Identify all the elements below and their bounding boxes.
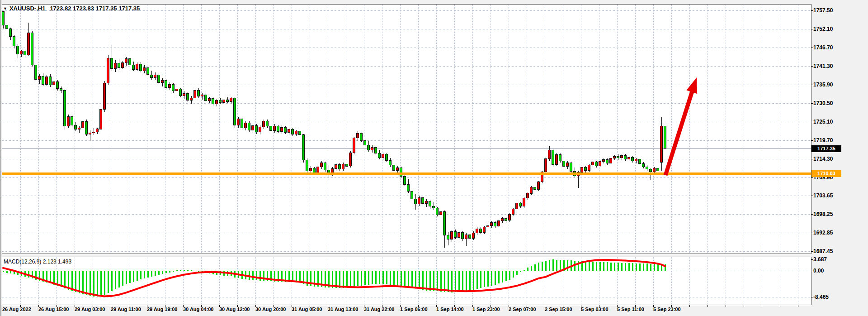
- price-axis-label: 1692.85: [813, 230, 845, 236]
- time-axis-label: 31 Aug 05:00: [292, 306, 322, 312]
- macd-scale-min: -8.465: [813, 294, 845, 300]
- trading-chart-window: ▼XAUUSD-,H11723.82 1723.83 1717.35 1717.…: [0, 0, 868, 316]
- time-axis-label: 26 Aug 15:00: [38, 306, 69, 312]
- macd-scale-max: 3.687: [813, 256, 845, 263]
- time-axis-label: 31 Aug 13:00: [328, 306, 358, 312]
- symbol-timeframe-label[interactable]: XAUUSD-,H1: [9, 5, 45, 12]
- chart-title: ▼XAUUSD-,H11723.82 1723.83 1717.35 1717.…: [3, 5, 140, 12]
- time-axis-label: 30 Aug 20:00: [255, 306, 286, 312]
- price-axis-label: 1714.30: [813, 156, 845, 162]
- time-axis-label: 2 Sep 15:00: [545, 306, 572, 312]
- time-axis-label: 5 Sep 23:00: [653, 306, 681, 312]
- price-axis-label: 1703.65: [813, 192, 845, 199]
- time-axis-label: 1 Sep 14:00: [436, 306, 464, 312]
- time-axis-label: 30 Aug 12:00: [219, 306, 250, 312]
- time-axis-label: 29 Aug 19:00: [147, 306, 177, 312]
- time-axis-label: 2 Sep 07:00: [509, 306, 536, 312]
- price-axis-label: 1719.70: [813, 137, 845, 144]
- ohlc-values: 1723.82 1723.83 1717.35 1717.35: [50, 5, 140, 12]
- current-price-badge: 1717.35: [811, 145, 841, 152]
- macd-scale-zero: 0.00: [813, 268, 845, 274]
- price-axis-label: 1730.50: [813, 100, 845, 106]
- price-axis-label: 1757.50: [813, 7, 845, 14]
- time-axis-label: 1 Sep 23:00: [472, 306, 500, 312]
- support-price-badge: 1710.03: [811, 170, 841, 177]
- time-axis-label: 26 Aug 2022: [2, 306, 31, 312]
- price-axis-label: 1687.45: [813, 248, 845, 254]
- macd-indicator-label: MACD(12,26,9) 2.123 1.493: [4, 259, 71, 265]
- price-axis-label: 1746.70: [813, 44, 845, 51]
- time-axis-label: 5 Sep 03:00: [581, 306, 609, 312]
- time-axis-label: 29 Aug 03:00: [75, 306, 105, 312]
- price-axis-label: 1735.90: [813, 81, 845, 88]
- chart-canvas[interactable]: [0, 0, 868, 316]
- price-axis-label: 1698.25: [813, 211, 845, 217]
- price-axis-label: 1725.10: [813, 119, 845, 125]
- time-axis-label: 31 Aug 22:00: [364, 306, 394, 312]
- time-axis-label: 1 Sep 06:00: [400, 306, 428, 312]
- time-axis-label: 29 Aug 11:00: [111, 306, 141, 312]
- time-axis-label: 30 Aug 04:00: [183, 306, 213, 312]
- time-axis-label: 5 Sep 11:00: [617, 306, 644, 312]
- symbol-dropdown-icon[interactable]: ▼: [3, 6, 7, 11]
- price-axis-label: 1752.10: [813, 26, 845, 32]
- price-axis-label: 1741.30: [813, 63, 845, 69]
